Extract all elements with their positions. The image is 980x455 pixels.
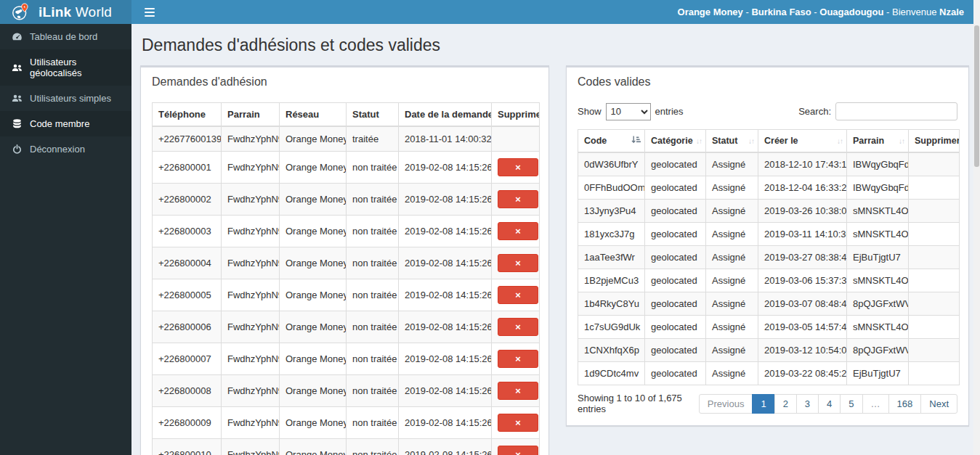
sidebar-item-tableau-de-bord[interactable]: Tableau de bord <box>0 24 131 49</box>
delete-button[interactable]: × <box>498 286 538 304</box>
date-cell: 2019-02-08 14:15:26 <box>399 407 492 439</box>
sidebar-item-label: Tableau de bord <box>30 31 97 42</box>
adhesions-panel-title: Demandes d'adhésion <box>141 67 548 95</box>
category-cell: geolocated <box>645 152 706 176</box>
delete-button[interactable]: × <box>498 382 538 400</box>
table-row: 13Jyny3Pu4 geolocated Assigné 2019-03-26… <box>578 200 960 223</box>
col-creer-le-sortable[interactable]: Créer le↓↑ <box>758 130 847 153</box>
main-content: Demandes d'adhésions et codes valides De… <box>131 24 980 455</box>
phone-cell: +226800009 <box>153 407 222 439</box>
x-icon: × <box>515 162 521 173</box>
category-cell: geolocated <box>645 223 706 246</box>
status-cell: non traitée <box>347 216 399 247</box>
network-cell: Orange Money <box>280 407 347 439</box>
category-cell: geolocated <box>645 316 706 339</box>
created-cell: 2019-03-26 10:38:08 <box>758 200 847 223</box>
delete-button[interactable]: × <box>498 446 538 455</box>
col-statut-sortable[interactable]: Statut↓↑ <box>706 130 758 153</box>
page-button-3[interactable]: 3 <box>796 394 819 414</box>
codes-table: Code Catégorie↓↑ Statut↓↑ Créer le↓↑ Par… <box>578 129 960 385</box>
page-length-select[interactable]: 10 <box>606 103 651 120</box>
show-label: Show <box>578 106 602 117</box>
parrain-cell: FwdhzYphN9 <box>222 439 280 455</box>
dashboard-icon <box>11 32 23 41</box>
phone-cell: +226800006 <box>153 311 222 343</box>
sort-asc-icon <box>631 136 641 147</box>
date-cell: 2019-02-08 14:15:26 <box>399 311 492 343</box>
sidebar-item-utilisateurs-simples[interactable]: Utilisateurs simples <box>0 86 131 111</box>
category-cell: geolocated <box>645 200 706 223</box>
delete-cell <box>909 176 960 200</box>
codes-panel-title: Codes valides <box>567 67 968 95</box>
date-cell: 2019-02-08 14:15:26 <box>399 439 492 455</box>
category-cell: geolocated <box>645 362 706 385</box>
database-icon <box>11 119 23 129</box>
col-parrain-sortable[interactable]: Parrain↓↑ <box>847 130 909 153</box>
delete-cell: × <box>492 184 540 216</box>
category-cell: geolocated <box>645 246 706 269</box>
delete-cell <box>909 269 960 292</box>
status-cell: non traitée <box>347 184 399 216</box>
code-cell: 1c7sUG9dUk <box>578 316 645 339</box>
delete-button[interactable]: × <box>498 254 538 272</box>
col-telephone: Téléphone <box>153 103 222 127</box>
page-button-5[interactable]: 5 <box>840 394 862 414</box>
status-cell: Assigné <box>706 269 758 292</box>
table-header-row: Téléphone Parrain Réseau Statut Date de … <box>153 103 540 127</box>
vertical-scrollbar[interactable] <box>973 0 980 455</box>
sidebar-item-deconnexion[interactable]: Déconnexion <box>0 136 131 162</box>
parrain-cell: sMNSKTL4OR <box>847 223 909 246</box>
col-code-sortable[interactable]: Code <box>578 130 645 153</box>
status-cell: Assigné <box>706 176 758 200</box>
greeting-text: Bienvenue <box>892 7 939 17</box>
parrain-cell: FwdhzYphN9 <box>222 216 280 247</box>
country-name: Burkina Faso <box>751 7 811 17</box>
delete-button[interactable]: × <box>498 350 538 368</box>
search-label: Search: <box>798 106 831 117</box>
network-cell: Orange Money <box>280 343 347 375</box>
brand-logo[interactable]: $ iLink World <box>0 0 131 24</box>
col-categorie-sortable[interactable]: Catégorie↓↑ <box>645 130 706 153</box>
power-icon <box>11 144 23 154</box>
codes-panel: Codes valides Show 10 entries Search: <box>566 65 969 426</box>
created-cell: 2019-03-27 08:38:47 <box>758 246 847 269</box>
status-cell: Assigné <box>706 362 758 385</box>
delete-button[interactable]: × <box>498 318 538 336</box>
city-name: Ouagadougou <box>819 7 883 17</box>
status-cell: Assigné <box>706 200 758 223</box>
category-cell: geolocated <box>645 339 706 362</box>
parrain-cell: sMNSKTL4OR <box>847 316 909 339</box>
delete-button[interactable]: × <box>498 222 538 240</box>
delete-button[interactable]: × <box>498 158 538 176</box>
sidebar-nav: Tableau de bord Utilisateurs géolocalisé… <box>0 24 131 455</box>
code-cell: 1aaTee3fWr <box>578 246 645 269</box>
sidebar-item-utilisateurs-geolocalises[interactable]: Utilisateurs géolocalisés <box>0 49 131 86</box>
sidebar-toggle-button[interactable] <box>141 5 158 20</box>
table-row: +226800001 FwdhzYphN9 Orange Money non t… <box>153 152 540 184</box>
delete-button[interactable]: × <box>498 190 538 208</box>
adhesions-table: Téléphone Parrain Réseau Statut Date de … <box>152 102 540 455</box>
previous-page-button[interactable]: Previous <box>699 394 753 414</box>
x-icon: × <box>515 385 521 396</box>
page-button-2[interactable]: 2 <box>774 394 797 414</box>
page-button-4[interactable]: 4 <box>818 394 841 414</box>
scrollbar-thumb[interactable] <box>974 25 979 167</box>
phone-cell: +226800005 <box>153 279 222 311</box>
page-button-1[interactable]: 1 <box>752 394 774 414</box>
search-input[interactable] <box>835 102 957 120</box>
network-cell: Orange Money <box>280 184 347 216</box>
col-supprimer-sortable[interactable]: Supprimer↓↑ <box>909 130 960 153</box>
next-page-button[interactable]: Next <box>920 394 957 414</box>
status-cell: Assigné <box>706 339 758 362</box>
parrain-cell: FwdhzYphN9 <box>222 247 280 279</box>
delete-cell <box>909 362 960 385</box>
delete-button[interactable]: × <box>498 414 538 432</box>
table-row: +226800003 FwdhzYphN9 Orange Money non t… <box>153 216 540 247</box>
x-icon: × <box>515 353 521 364</box>
parrain-cell: FwdhzYphN9 <box>222 279 280 311</box>
sort-icon: ↓↑ <box>899 137 904 145</box>
sidebar-item-code-membre[interactable]: Code membre <box>0 111 131 136</box>
page-button-168[interactable]: 168 <box>888 394 922 414</box>
sort-icon: ↓↑ <box>837 137 843 145</box>
parrain-cell: FwdhzYphN9 <box>222 126 280 152</box>
